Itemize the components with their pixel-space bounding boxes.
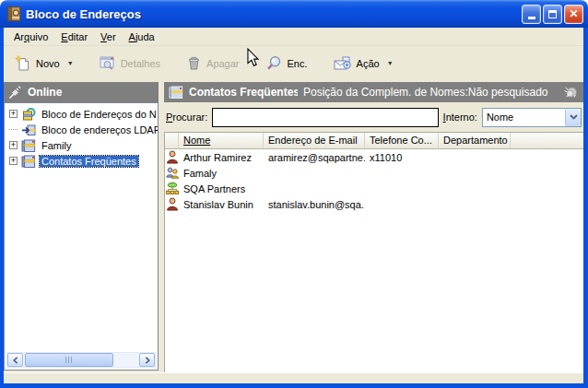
scroll-right-arrow-icon: [145, 357, 150, 364]
new-dropdown-arrow-icon[interactable]: ▼: [67, 60, 74, 66]
tree-item-label[interactable]: Bloco de Endereços do N: [40, 109, 158, 120]
tree-item-label[interactable]: Contatos Freqüentes: [40, 156, 138, 167]
trash-icon: [186, 55, 202, 71]
expand-icon[interactable]: +: [9, 141, 18, 149]
contact-row[interactable]: Stanislav Bunin stanislav.bunin@sqa...: [165, 196, 583, 212]
scroll-right-button[interactable]: [139, 353, 155, 367]
expand-icon[interactable]: +: [9, 157, 18, 165]
tree-item-ldap[interactable]: Bloco de endereços LDAP: [5, 122, 158, 137]
magnifier-icon: [265, 55, 283, 72]
window-frame: Arquivo Editar Ver Ajuda Novo ▼: [0, 28, 588, 388]
table-header: Nome Endereço de E-mail Telefone Co... D…: [165, 133, 583, 149]
minimize-icon: [528, 17, 535, 19]
ldap-book-icon: [21, 123, 36, 136]
contact-name: Arthur Ramirez: [179, 152, 264, 163]
group-icon: [166, 166, 179, 180]
column-header-nome[interactable]: Nome: [179, 133, 264, 149]
column-header-telefone[interactable]: Telefone Co...: [365, 133, 439, 149]
scroll-left-arrow-icon: [13, 357, 18, 364]
tree-item-label[interactable]: Bloco de endereços LDAP: [40, 124, 158, 135]
new-button-label: Novo: [36, 58, 60, 69]
contacts-list: Nome Endereço de E-mail Telefone Co... D…: [164, 132, 583, 372]
current-book-icon: [169, 86, 183, 99]
match-label: Interno:: [443, 112, 477, 123]
address-book-app-icon: [6, 6, 22, 22]
contact-phone: x11010: [365, 152, 439, 163]
menu-bar: Arquivo Editar Ver Ajuda: [4, 28, 583, 46]
contact-row[interactable]: Arthur Ramirez aramirez@sqapartne... x11…: [165, 149, 583, 165]
content-panel: Contatos Freqüentes Posição da Complem. …: [164, 82, 583, 372]
address-book-tree: + Bloco de Endereços do N: [4, 102, 159, 370]
scroll-left-button[interactable]: [7, 353, 23, 367]
organization-icon: [166, 182, 179, 195]
name-completion-status: Posição da Complem. de Nomes:Não pesquis…: [303, 86, 558, 99]
sidebar-header: Online: [4, 82, 159, 102]
new-button[interactable]: Novo ▼: [9, 52, 79, 76]
menu-arquivo[interactable]: Arquivo: [7, 29, 54, 44]
tree-item-family[interactable]: + Family: [5, 137, 158, 153]
minimize-button[interactable]: [522, 5, 541, 24]
search-label: Procurar:: [166, 112, 207, 123]
personal-book-icon: [21, 139, 36, 152]
system-address-book-icon: [21, 108, 36, 121]
name-format-select[interactable]: Nome: [482, 108, 582, 127]
action-button[interactable]: Ação ▼: [328, 53, 399, 75]
person-icon: [166, 197, 179, 211]
content-header: Contatos Freqüentes Posição da Complem. …: [164, 82, 583, 102]
maximize-icon: [548, 10, 557, 18]
contact-email: aramirez@sqapartne...: [264, 152, 365, 163]
contact-name: SQA Partners: [179, 183, 264, 194]
scroll-track[interactable]: [23, 353, 139, 367]
menu-ver[interactable]: Ver: [94, 29, 123, 44]
details-icon: [100, 56, 116, 71]
chevron-down-icon: [570, 114, 578, 120]
contact-email: stanislav.bunin@sqa...: [264, 199, 365, 210]
address-book-window: Bloco de Endereços ✕ Arquivo Editar Ver …: [0, 0, 588, 388]
frequent-contacts-book-icon: [21, 155, 36, 168]
column-header-departamento[interactable]: Departamento: [439, 133, 511, 149]
maximize-button[interactable]: [543, 5, 562, 24]
tree-item-bloco-enderecos[interactable]: + Bloco de Endereços do N: [5, 106, 158, 122]
find-button-label: Enc.: [288, 58, 308, 69]
scroll-thumb[interactable]: [25, 353, 113, 367]
tree-item-label[interactable]: Family: [40, 140, 73, 151]
toolbar: Novo ▼ Detalhes: [4, 46, 583, 80]
online-plug-icon: [8, 86, 22, 100]
delete-button-label: Apagar: [206, 58, 239, 69]
combo-dropdown-button[interactable]: [565, 109, 581, 126]
close-button[interactable]: ✕: [564, 5, 583, 24]
main-area: Online + Bloco de Endereços do N: [4, 80, 583, 372]
person-icon: [166, 150, 179, 164]
find-button[interactable]: Enc.: [260, 52, 313, 76]
name-format-value: Nome: [483, 112, 565, 123]
details-button-label: Detalhes: [121, 58, 160, 69]
scroll-grip: [65, 357, 74, 363]
delete-button[interactable]: Apagar: [181, 52, 244, 75]
search-input[interactable]: [212, 108, 438, 127]
tree-connector: [9, 129, 18, 130]
close-icon: ✕: [569, 8, 578, 19]
title-bar: Bloco de Endereços ✕: [0, 0, 588, 28]
status-bar: [4, 372, 583, 383]
action-button-label: Ação: [357, 58, 380, 69]
column-header-icon[interactable]: [165, 133, 179, 149]
contact-name: Famaly: [179, 168, 264, 179]
column-header-filler: [511, 133, 583, 149]
menu-ajuda[interactable]: Ajuda: [123, 29, 161, 44]
contact-row[interactable]: Famaly: [165, 165, 583, 181]
expand-icon[interactable]: +: [9, 110, 18, 118]
new-document-icon: [15, 55, 31, 72]
contact-row[interactable]: SQA Partners: [165, 181, 583, 196]
content-title: Contatos Freqüentes: [189, 86, 298, 99]
action-dropdown-arrow-icon[interactable]: ▼: [387, 60, 394, 66]
menu-editar[interactable]: Editar: [54, 29, 94, 44]
sidebar-horizontal-scrollbar[interactable]: [6, 352, 156, 368]
contact-name: Stanislav Bunin: [179, 199, 264, 210]
refresh-books-icon[interactable]: [563, 85, 579, 100]
tree-item-contatos-frequentes[interactable]: + Contatos Freqüentes: [5, 153, 158, 169]
column-header-email[interactable]: Endereço de E-mail: [264, 133, 365, 149]
search-row: Procurar: Interno: Nome: [164, 102, 583, 132]
sidebar-header-label: Online: [28, 86, 62, 99]
details-button[interactable]: Detalhes: [94, 53, 166, 75]
window-title: Bloco de Endereços: [26, 7, 520, 21]
